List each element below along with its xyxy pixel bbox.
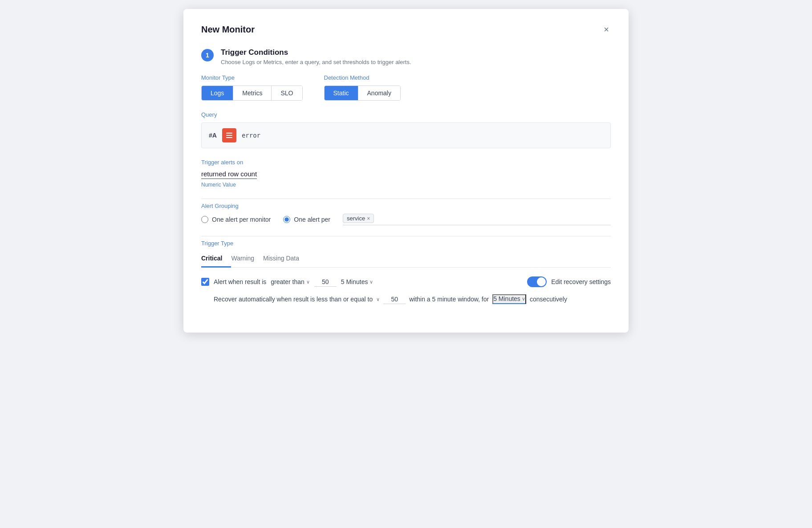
section-header: 1 Trigger Conditions Choose Logs or Metr… (201, 48, 611, 65)
within-chevron: ∨ (369, 279, 373, 285)
alert-per-tags-input[interactable]: service × (343, 214, 611, 225)
service-tag-label: service (347, 215, 365, 222)
alert-when-text: Alert when result is (214, 278, 266, 285)
within-select[interactable]: 5 Minutes ∨ (341, 278, 374, 285)
monitor-type-label: Monitor Type (201, 74, 303, 81)
section-subtitle: Choose Logs or Metrics, enter a query, a… (221, 59, 411, 65)
list-icon (226, 132, 233, 139)
recovery-text2: within a 5 minute window, for (409, 296, 489, 303)
trigger-alerts-label: Trigger alerts on (201, 159, 611, 166)
query-list-icon-btn[interactable] (222, 128, 236, 142)
divider-2 (201, 236, 611, 236)
edit-recovery-section: Edit recovery settings (527, 276, 611, 287)
recovery-text3: consecutively (530, 296, 567, 303)
monitor-type-slo-btn[interactable]: SLO (272, 86, 302, 100)
alert-condition-row: Alert when result is greater than ∨ 5 Mi… (201, 276, 611, 287)
tab-critical[interactable]: Critical (201, 251, 231, 268)
detection-method-label: Detection Method (324, 74, 401, 81)
detection-method-btn-group: Static Anomaly (324, 85, 401, 101)
alert-condition-checkbox[interactable] (201, 278, 209, 286)
close-button[interactable]: × (602, 23, 611, 36)
alert-grouping-label: Alert Grouping (201, 203, 611, 209)
trigger-type-section: Trigger Type Critical Warning Missing Da… (201, 240, 611, 304)
monitor-type-btn-group: Logs Metrics SLO (201, 85, 303, 101)
trigger-alerts-value: returned row count (201, 170, 257, 179)
recovery-row: Recover automatically when result is les… (201, 294, 611, 304)
radio-per-monitor-label: One alert per monitor (212, 216, 271, 223)
radio-per-monitor-input[interactable] (201, 216, 208, 223)
alert-value-input[interactable] (314, 277, 337, 287)
trigger-alerts-sublabel: Numeric Value (201, 182, 611, 188)
radio-option-per-monitor[interactable]: One alert per monitor (201, 216, 271, 223)
svg-rect-1 (226, 135, 232, 136)
recovery-text1: Recover automatically when result is les… (214, 296, 373, 303)
alert-grouping-section: Alert Grouping One alert per monitor One… (201, 203, 611, 225)
detection-anomaly-btn[interactable]: Anomaly (358, 86, 400, 100)
modal-title: New Monitor (201, 24, 255, 35)
remove-service-tag-btn[interactable]: × (367, 216, 370, 221)
within-label: 5 Minutes (341, 278, 368, 285)
step-badge: 1 (201, 49, 214, 61)
monitor-type-metrics-btn[interactable]: Metrics (233, 86, 272, 100)
radio-per-tag-input[interactable] (283, 216, 290, 223)
query-row: #A error (201, 122, 611, 148)
recovery-duration-select[interactable]: 5 Minutes ∨ (492, 294, 526, 304)
query-value: error (242, 132, 260, 139)
radio-option-per-tag[interactable]: One alert per (283, 216, 330, 223)
svg-rect-0 (226, 133, 232, 134)
recovery-comparator-select[interactable]: ∨ (376, 296, 380, 302)
recovery-comparator-chevron: ∨ (376, 296, 380, 302)
edit-recovery-label: Edit recovery settings (551, 278, 611, 285)
comparator-chevron: ∨ (306, 279, 310, 285)
service-tag-chip: service × (343, 214, 374, 223)
trigger-alerts-section: Trigger alerts on returned row count Num… (201, 159, 611, 188)
monitor-type-logs-btn[interactable]: Logs (202, 86, 233, 100)
monitor-type-group: Monitor Type Logs Metrics SLO (201, 74, 303, 101)
query-label: Query (201, 111, 611, 118)
new-monitor-modal: New Monitor × 1 Trigger Conditions Choos… (183, 9, 629, 333)
section-title: Trigger Conditions (221, 48, 411, 57)
query-id: #A (209, 132, 217, 139)
svg-rect-2 (226, 137, 232, 138)
alert-grouping-radio-row: One alert per monitor One alert per serv… (201, 214, 611, 225)
edit-recovery-toggle[interactable] (527, 276, 547, 287)
modal-header: New Monitor × (201, 23, 611, 36)
detection-method-group: Detection Method Static Anomaly (324, 74, 401, 101)
monitor-detection-row: Monitor Type Logs Metrics SLO Detection … (201, 74, 611, 101)
trigger-type-tabs-row: Critical Warning Missing Data (201, 251, 611, 268)
query-section: Query #A error (201, 111, 611, 148)
divider-1 (201, 199, 611, 199)
comparator-label: greater than (271, 278, 304, 285)
section-title-block: Trigger Conditions Choose Logs or Metric… (221, 48, 411, 65)
comparator-select[interactable]: greater than ∨ (271, 278, 310, 285)
tab-missing-data[interactable]: Missing Data (263, 251, 308, 268)
recovery-duration-chevron: ∨ (522, 296, 525, 302)
recovery-value-input[interactable] (383, 295, 406, 304)
trigger-type-label: Trigger Type (201, 240, 611, 247)
detection-static-btn[interactable]: Static (325, 86, 358, 100)
tab-warning[interactable]: Warning (231, 251, 263, 268)
recovery-duration-label: 5 Minutes (493, 295, 520, 302)
radio-per-tag-label: One alert per (294, 216, 330, 223)
